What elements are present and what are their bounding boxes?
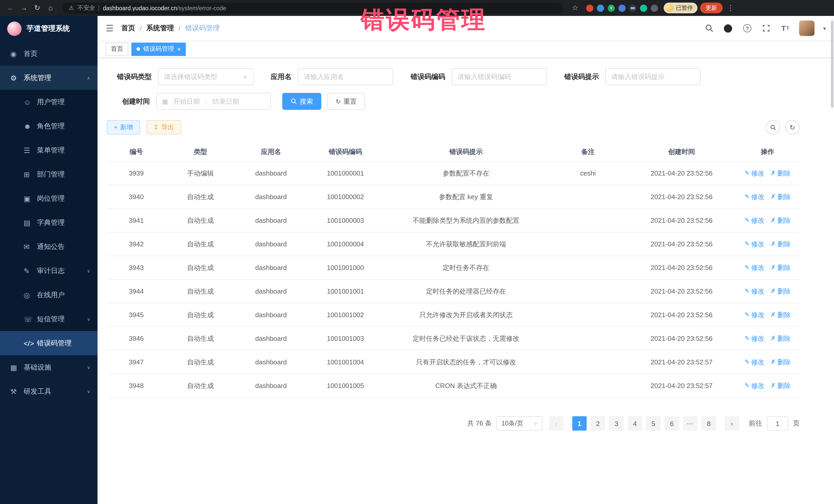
edit-link[interactable]: ✎修改: [744, 216, 765, 225]
delete-link[interactable]: ✗删除: [771, 310, 791, 320]
cell-code: 1001000002: [307, 185, 384, 209]
breadcrumb-item[interactable]: 错误码管理: [185, 24, 220, 33]
close-icon[interactable]: ×: [177, 46, 181, 52]
refresh-table-icon[interactable]: ↻: [785, 120, 799, 134]
delete-link[interactable]: ✗删除: [771, 286, 791, 296]
avatar[interactable]: [799, 21, 814, 36]
chevron-down-icon[interactable]: ▾: [823, 25, 826, 31]
sidebar-item-positions[interactable]: ▣ 岗位管理: [0, 186, 97, 211]
page-button[interactable]: 8: [702, 416, 716, 431]
delete-link[interactable]: ✗删除: [771, 357, 791, 367]
page-button[interactable]: 2: [591, 416, 605, 431]
font-size-icon[interactable]: TT: [780, 23, 790, 34]
delete-link[interactable]: ✗删除: [771, 239, 791, 249]
delete-link[interactable]: ✗删除: [771, 216, 791, 225]
show-search-icon[interactable]: [766, 120, 780, 134]
prev-page-button[interactable]: ‹: [549, 416, 564, 431]
sidebar-item-online-users[interactable]: ◎ 在线用户: [0, 283, 97, 307]
sidebar-item-dev-tools[interactable]: ⚒ 研发工具 ∨: [0, 379, 97, 403]
menu-dots-icon[interactable]: ⋮: [725, 0, 736, 16]
edit-link[interactable]: ✎修改: [744, 357, 765, 367]
reload-icon[interactable]: ↻: [32, 0, 43, 16]
extension-icon[interactable]: [640, 4, 647, 12]
extension-icon[interactable]: on: [629, 4, 636, 12]
github-icon[interactable]: [723, 23, 733, 34]
filter-error-hint: 错误码提示: [564, 68, 701, 85]
export-button[interactable]: ↧ 导出: [146, 120, 181, 134]
delete-link[interactable]: ✗删除: [771, 334, 791, 343]
next-page-button[interactable]: ›: [725, 416, 739, 431]
cell-operations: ✎修改 ✗删除: [736, 280, 799, 303]
home-icon[interactable]: ⌂: [45, 0, 56, 16]
edit-link[interactable]: ✎修改: [744, 381, 765, 391]
sidebar-item-notices[interactable]: ✉ 通知公告: [0, 235, 97, 259]
page-button[interactable]: 6: [665, 416, 679, 431]
extension-icon[interactable]: [651, 4, 658, 12]
forward-icon[interactable]: →: [19, 0, 29, 16]
cell-type: 自动生成: [166, 280, 235, 303]
date-range-picker[interactable]: ▦ 开始日期 - 结束日期: [156, 93, 271, 110]
view-tab[interactable]: 首页: [106, 42, 128, 56]
role-icon: ☻: [24, 122, 37, 130]
extension-icon[interactable]: V: [608, 4, 615, 12]
sidebar-item-menus[interactable]: ☰ 菜单管理: [0, 138, 97, 162]
page-button[interactable]: 5: [646, 416, 660, 431]
cell-id: 3948: [107, 374, 166, 397]
extension-icon[interactable]: [597, 4, 604, 12]
extension-icon[interactable]: [618, 4, 626, 12]
sidebar-item-dictionary[interactable]: ▤ 字典管理: [0, 211, 97, 235]
error-type-select[interactable]: 请选择错误码类型 ∨: [158, 68, 253, 85]
delete-link[interactable]: ✗删除: [771, 168, 791, 178]
page-jump-input[interactable]: [767, 416, 788, 431]
profile-paused-badge[interactable]: 已暂停: [664, 3, 698, 13]
browser-update-button[interactable]: 更新: [700, 3, 723, 13]
extension-icon[interactable]: [586, 4, 593, 12]
scrollbar[interactable]: [831, 21, 833, 108]
sidebar-item-error-codes[interactable]: </> 错误码管理: [0, 331, 97, 355]
add-button[interactable]: + 新增: [107, 120, 140, 134]
page-size-select[interactable]: 10条/页 ∨: [496, 416, 543, 431]
breadcrumb-item[interactable]: 首页: [122, 24, 135, 33]
app-logo[interactable]: 芋道管理系统: [0, 16, 97, 42]
help-icon[interactable]: ?: [742, 23, 752, 34]
edit-link[interactable]: ✎修改: [744, 239, 765, 249]
page-button[interactable]: 1: [572, 416, 587, 431]
view-tab[interactable]: 错误码管理 ×: [131, 42, 186, 56]
sidebar-item-system[interactable]: ⚙ 系统管理 ∧: [0, 66, 97, 90]
breadcrumb-item[interactable]: 系统管理: [146, 24, 174, 33]
edit-link[interactable]: ✎修改: [744, 192, 765, 202]
delete-link[interactable]: ✗删除: [771, 192, 791, 202]
bookmark-star-icon[interactable]: ☆: [570, 0, 580, 16]
sidebar-item-sms[interactable]: ☏ 短信管理 ∨: [0, 307, 97, 331]
page-button[interactable]: 3: [609, 416, 623, 431]
edit-link[interactable]: ✎修改: [744, 334, 765, 343]
edit-link[interactable]: ✎修改: [744, 168, 765, 178]
search-button[interactable]: 搜索: [282, 93, 321, 110]
error-code-input[interactable]: [452, 68, 547, 85]
search-icon[interactable]: [704, 23, 715, 34]
delete-link[interactable]: ✗删除: [771, 381, 791, 391]
sidebar-item-audit-log[interactable]: ✎ 审计日志 ∨: [0, 259, 97, 283]
back-icon[interactable]: ←: [5, 0, 16, 16]
edit-link[interactable]: ✎修改: [744, 310, 765, 320]
app-name-input[interactable]: [298, 68, 393, 85]
error-hint-input[interactable]: [605, 68, 701, 85]
sidebar-item-users[interactable]: ☺ 用户管理: [0, 90, 97, 114]
page-button[interactable]: 4: [628, 416, 642, 431]
hamburger-icon[interactable]: ☰: [106, 23, 114, 34]
page-more-button[interactable]: ⋯: [683, 416, 698, 431]
cell-message: 定时任务已经处于该状态，无需修改: [384, 327, 548, 350]
cell-message: 定时任务的处理器已经存在: [384, 280, 548, 303]
security-label: 不安全: [78, 4, 95, 12]
sidebar-item-roles[interactable]: ☻ 角色管理: [0, 114, 97, 138]
sidebar-item-departments[interactable]: ⊞ 部门管理: [0, 162, 97, 186]
fullscreen-icon[interactable]: [761, 23, 771, 34]
sidebar-item-infrastructure[interactable]: ▦ 基础设施 ∨: [0, 355, 97, 379]
delete-link[interactable]: ✗删除: [771, 263, 791, 272]
address-bar[interactable]: ⚠ 不安全 dashboard.yudao.iocoder.cn/system/…: [63, 2, 563, 14]
edit-link[interactable]: ✎修改: [744, 286, 765, 296]
reset-button[interactable]: ↻ 重置: [327, 93, 365, 110]
delete-icon: ✗: [771, 216, 776, 225]
sidebar-item-home[interactable]: ◉ 首页: [0, 42, 97, 66]
edit-link[interactable]: ✎修改: [744, 263, 765, 272]
